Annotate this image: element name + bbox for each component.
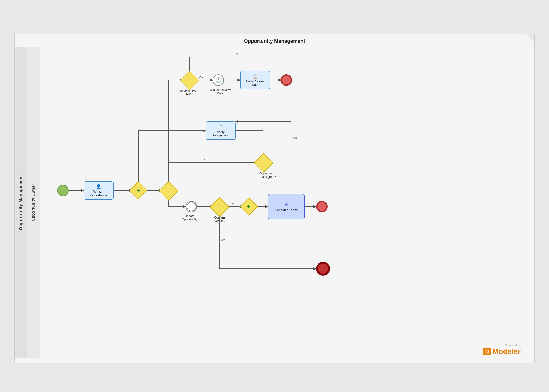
start-event[interactable] [57,185,69,196]
schedule-icon: ⊞ [284,201,288,207]
diagram-title: Opportunity Management [244,38,305,44]
notify-review-date-task[interactable]: 📋 Notify ReviewDate [240,71,270,89]
svg-text:No: No [231,202,235,205]
schedule-tasks-task[interactable]: ⊞ Schedule Tasks [268,194,305,219]
svg-text:No: No [236,52,239,56]
end-event-2 [316,201,328,212]
svg-text:Yes: Yes [292,136,297,140]
svg-text:No: No [203,157,207,161]
update-opportunity-event[interactable] [186,201,197,212]
confirm-label: ConfirmClosure? [209,216,230,223]
lane-divider [40,133,530,133]
bizagi-icon: ◱ [483,348,491,355]
register-icon: 👤 [96,184,101,189]
end-event-1 [281,74,292,86]
svg-text:Yes: Yes [221,238,226,242]
page: Opportunity Management Opportunity Manag… [0,0,549,392]
powered-by: Powered by ◱ Modeler [483,344,521,356]
notify-assignment-task[interactable]: 📋 NotifyAssignment [206,121,236,140]
inner-lane-label: Opportunity Owner [27,47,40,358]
schedule-label: Schedule Tasks [275,208,297,212]
reassigned-label: OpportunityReassigned? [254,172,280,179]
notify-assign-label: NotifyAssignment [213,130,228,137]
svg-text:Yes: Yes [199,76,204,79]
brand-name: Modeler [492,347,521,356]
wait-review-date-event[interactable]: 🕐 [213,74,224,86]
diagram-container: Opportunity Management Opportunity Manag… [14,34,535,363]
notify-assign-icon: 📋 [218,125,223,130]
end-event-3 [316,262,330,276]
update-opp-label: UpdateOpportunity [179,214,200,221]
review-date-label: Review Date Set? [177,89,200,96]
wait-review-label: Wait for ReviewDate [209,88,232,95]
notify-review-icon: 📋 [253,74,258,79]
register-opportunity-task[interactable]: 👤 Register Opportunity [84,181,114,200]
outer-lane-label: Opportunity Management [14,47,27,358]
register-label: Register Opportunity [90,190,107,197]
notify-review-label: Notify ReviewDate [246,80,264,86]
